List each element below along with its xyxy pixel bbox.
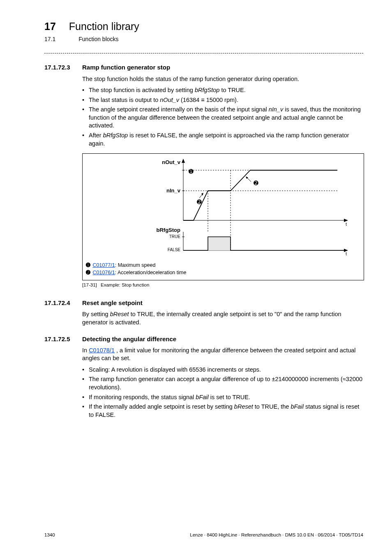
page-header: 17 Function library 17.1 Function blocks xyxy=(44,20,363,43)
link-c01078[interactable]: C01078/1 xyxy=(89,347,115,354)
svg-marker-1 xyxy=(182,159,185,163)
link-c01076[interactable]: C01076/1 xyxy=(92,270,115,275)
heading-title: Ramp function generator stop xyxy=(82,63,170,72)
page-footer: 1340 Lenze · 8400 HighLine · Referenzhan… xyxy=(44,532,363,539)
heading-number: 17.1.72.4 xyxy=(44,299,82,307)
label-false: FALSE xyxy=(168,247,180,252)
axis-label-t1: t xyxy=(346,222,347,227)
legend2-text: : Acceleration/deceleration time xyxy=(115,270,187,275)
section-heading-2: 17.1.72.4 Reset angle setpoint xyxy=(44,299,363,307)
label-true: TRUE xyxy=(169,234,181,239)
stop-function-diagram: nOut_v t nIn_v ➊ ➋ xyxy=(83,154,363,257)
section-heading-3: 17.1.72.5 Detecting the angular differen… xyxy=(44,335,363,343)
section-heading-1: 17.1.72.3 Ramp function generator stop xyxy=(44,63,363,72)
section2-body: By setting bReset to TRUE, the internall… xyxy=(82,310,363,326)
section3-body: In C01078/1 , a limit value for monitori… xyxy=(82,347,363,419)
section1-list: The stop function is activated by settin… xyxy=(82,86,363,148)
list-item: After bRfgStop is reset to FALSE, the an… xyxy=(82,132,363,148)
chapter-title: Function library xyxy=(69,20,139,34)
heading-number: 17.1.72.3 xyxy=(44,63,82,72)
legend-marker-1-icon: ➊ xyxy=(86,261,90,269)
list-item: If monitoring responds, the status signa… xyxy=(82,393,363,402)
section1-intro: The stop function holds the status of th… xyxy=(82,75,363,83)
svg-line-14 xyxy=(247,178,251,182)
axis-label-nin: nIn_v xyxy=(166,187,181,194)
marker-2a: ➋ xyxy=(197,193,203,205)
figure-stop-function: nOut_v t nIn_v ➊ ➋ xyxy=(82,153,364,280)
page-number: 1340 xyxy=(44,532,55,539)
axis-label-brfgstop: bRfgStop xyxy=(157,227,181,233)
legend-marker-2-icon: ➋ xyxy=(86,269,90,276)
marker-1-icon: ➊ xyxy=(189,168,194,175)
section1-body: The stop function holds the status of th… xyxy=(82,75,363,280)
axis-label-nout: nOut_v xyxy=(162,159,181,165)
footer-meta: Lenze · 8400 HighLine · Referenzhandbuch… xyxy=(190,532,363,539)
figure-legend: ➊ C01077/1: Maximum speed ➋ C01076/1: Ac… xyxy=(83,259,364,280)
axis-label-t2: t xyxy=(346,251,347,256)
list-item: Scaling: A revolution is displayed with … xyxy=(82,366,363,374)
section-number: 17.1 xyxy=(44,35,55,43)
svg-rect-20 xyxy=(208,237,231,250)
section3-list: Scaling: A revolution is displayed with … xyxy=(82,366,363,419)
chapter-number: 17 xyxy=(44,20,56,34)
heading-number: 17.1.72.5 xyxy=(44,335,82,343)
section-title: Function blocks xyxy=(78,35,118,43)
heading-title: Detecting the angular difference xyxy=(82,335,176,343)
link-c01077[interactable]: C01077/1 xyxy=(92,262,115,268)
heading-title: Reset angle setpoint xyxy=(82,299,143,307)
list-item: The stop function is activated by settin… xyxy=(82,86,363,95)
header-divider xyxy=(44,53,363,53)
figure-caption: [17-31] Example: Stop function xyxy=(82,282,363,289)
svg-text:➋: ➋ xyxy=(254,180,258,186)
legend1-text: : Maximum speed xyxy=(115,262,156,268)
list-item: The ramp function generator can accept a… xyxy=(82,375,363,391)
list-item: The last status is output to nOut_v (163… xyxy=(82,96,363,104)
svg-text:➋: ➋ xyxy=(197,199,202,205)
marker-2b: ➋ xyxy=(246,176,258,186)
list-item: The angle setpoint created internally on… xyxy=(82,106,363,130)
list-item: If the internally added angle setpoint i… xyxy=(82,403,363,419)
